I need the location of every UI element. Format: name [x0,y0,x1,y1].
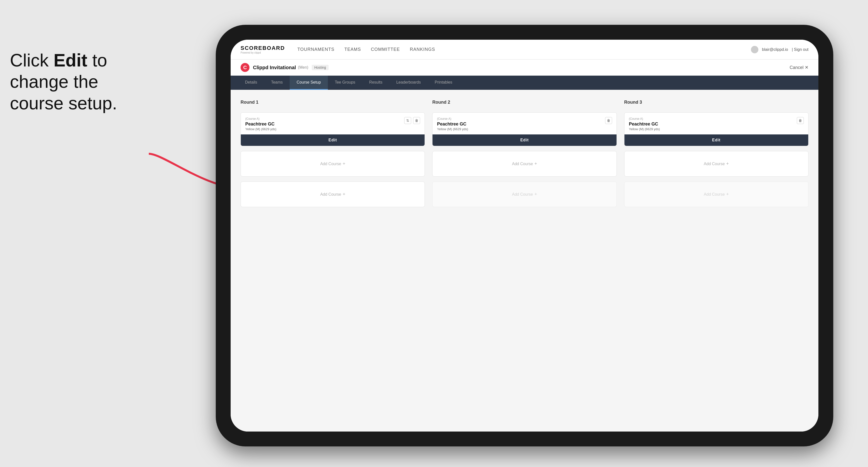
tab-tee-groups[interactable]: Tee Groups [328,75,362,90]
round-3-course-label: (Course A) [629,117,797,121]
round-2-course-card: (Course A) Peachtree GC Yellow (M) (6629… [432,112,617,146]
instruction-bold: Edit [54,50,87,70]
round-1-delete-icon[interactable]: 🗑 [413,117,420,124]
round-1-course-card: (Course A) Peachtree GC Yellow (M) (6629… [241,112,425,146]
round-2-delete-icon[interactable]: 🗑 [605,117,612,124]
cancel-button[interactable]: Cancel ✕ [789,65,808,70]
round-2-course-header: (Course A) Peachtree GC Yellow (M) (6629… [433,113,616,134]
round-1-add-course-2[interactable]: Add Course + [241,182,425,207]
round-2-add-course-2-label: Add Course [512,192,533,197]
round-3-edit-button[interactable]: Edit [624,134,808,146]
round-3-add-course-1-label: Add Course [704,162,725,166]
round-1-add-course-2-label: Add Course [320,192,341,197]
round-2-column: Round 2 (Course A) Peachtree GC Yellow (… [432,100,617,207]
tournament-bar: C Clippd Invitational (Men) Hosting Canc… [230,60,818,75]
nav-teams[interactable]: TEAMS [344,45,361,53]
tab-details[interactable]: Details [238,75,264,90]
round-3-add-plus-1-icon: + [726,161,729,166]
round-1-title: Round 1 [241,100,425,105]
round-1-column: Round 1 (Course A) Peachtree GC Yellow (… [241,100,425,207]
logo-area: SCOREBOARD Powered by clippd [241,45,285,54]
round-1-add-course-1-label: Add Course [320,162,341,166]
round-2-add-course-1[interactable]: Add Course + [432,151,617,177]
logo-subtitle: Powered by clippd [241,51,285,54]
round-1-course-label: (Course A) [245,117,404,121]
tab-teams[interactable]: Teams [264,75,290,90]
hosting-badge: Hosting [312,65,328,70]
round-2-add-course-1-label: Add Course [512,162,533,166]
tournament-gender: (Men) [298,65,308,70]
instruction-text: Click Edit to change the course setup. [0,40,154,124]
user-email: blair@clippd.io [762,48,788,52]
nav-links: TOURNAMENTS TEAMS COMMITTEE RANKINGS [297,45,751,53]
scoreboard-logo: SCOREBOARD [241,45,285,51]
round-3-course-actions: 🗑 [797,117,804,124]
main-content: Round 1 (Course A) Peachtree GC Yellow (… [230,90,818,432]
round-1-course-details: Yellow (M) (6629 yds) [245,127,404,131]
tablet-frame: SCOREBOARD Powered by clippd TOURNAMENTS… [216,25,833,446]
round-3-course-details: Yellow (M) (6629 yds) [629,127,797,131]
round-1-course-header: (Course A) Peachtree GC Yellow (M) (6629… [241,113,425,134]
round-2-add-plus-2-icon: + [534,192,537,197]
tablet-screen: SCOREBOARD Powered by clippd TOURNAMENTS… [230,40,818,432]
round-3-course-info: (Course A) Peachtree GC Yellow (M) (6629… [629,117,797,131]
round-2-add-course-2: Add Course + [432,182,617,207]
round-1-course-name: Peachtree GC [245,122,404,127]
tab-printables[interactable]: Printables [428,75,459,90]
nav-committee[interactable]: COMMITTEE [371,45,400,53]
round-1-add-course-1[interactable]: Add Course + [241,151,425,177]
tabs-bar: Details Teams Course Setup Tee Groups Re… [230,75,818,90]
round-2-edit-button[interactable]: Edit [433,134,616,146]
clippd-logo-icon: C [241,63,249,72]
sign-out-link[interactable]: | Sign out [792,48,808,52]
round-2-add-plus-1-icon: + [534,161,537,166]
round-2-title: Round 2 [432,100,617,105]
round-3-delete-icon[interactable]: 🗑 [797,117,804,124]
tab-leaderboards[interactable]: Leaderboards [390,75,428,90]
round-3-add-course-1[interactable]: Add Course + [624,151,808,177]
round-2-course-name: Peachtree GC [437,122,605,127]
nav-rankings[interactable]: RANKINGS [410,45,435,53]
round-3-column: Round 3 (Course A) Peachtree GC Yellow (… [624,100,808,207]
user-area: blair@clippd.io | Sign out [751,46,809,53]
tournament-name: Clippd Invitational [253,65,296,70]
round-1-course-info: (Course A) Peachtree GC Yellow (M) (6629… [245,117,404,131]
round-2-course-info: (Course A) Peachtree GC Yellow (M) (6629… [437,117,605,131]
round-3-course-name: Peachtree GC [629,122,797,127]
round-3-add-plus-2-icon: + [726,192,729,197]
tab-course-setup[interactable]: Course Setup [290,75,328,90]
round-1-course-actions: ⇅ 🗑 [404,117,420,124]
rounds-container: Round 1 (Course A) Peachtree GC Yellow (… [241,100,808,207]
round-1-add-plus-2-icon: + [343,192,345,197]
round-2-course-details: Yellow (M) (6629 yds) [437,127,605,131]
nav-tournaments[interactable]: TOURNAMENTS [297,45,335,53]
round-3-add-course-2-label: Add Course [704,192,725,197]
round-1-edit-button[interactable]: Edit [241,134,425,146]
tab-results[interactable]: Results [362,75,390,90]
top-nav: SCOREBOARD Powered by clippd TOURNAMENTS… [230,40,818,60]
round-3-course-card: (Course A) Peachtree GC Yellow (M) (6629… [624,112,808,146]
round-2-course-label: (Course A) [437,117,605,121]
user-avatar [751,46,758,53]
round-3-add-course-2: Add Course + [624,182,808,207]
round-1-reorder-icon[interactable]: ⇅ [404,117,411,124]
round-3-course-header: (Course A) Peachtree GC Yellow (M) (6629… [624,113,808,134]
round-2-course-actions: 🗑 [605,117,612,124]
round-1-add-plus-1-icon: + [343,161,345,166]
round-3-title: Round 3 [624,100,808,105]
